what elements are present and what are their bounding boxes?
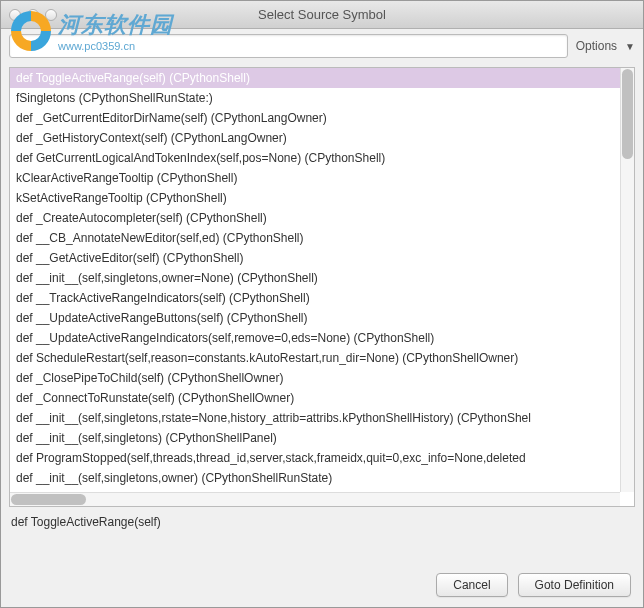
- goto-definition-button[interactable]: Goto Definition: [518, 573, 631, 597]
- horizontal-scrollbar[interactable]: [10, 492, 620, 506]
- symbol-list-inner[interactable]: def ToggleActiveRange(self) (CPythonShel…: [10, 68, 634, 506]
- list-item[interactable]: def __UpdateActiveRangeButtons(self) (CP…: [10, 308, 634, 328]
- list-item[interactable]: def _GetHistoryContext(self) (CPythonLan…: [10, 128, 634, 148]
- titlebar: Select Source Symbol: [1, 1, 643, 29]
- list-item[interactable]: def ToggleActiveRange(self) (CPythonShel…: [10, 68, 634, 88]
- list-item[interactable]: def __UpdateActiveRangeIndicators(self,r…: [10, 328, 634, 348]
- chevron-down-icon[interactable]: ▼: [625, 41, 635, 52]
- symbol-list: def ToggleActiveRange(self) (CPythonShel…: [9, 67, 635, 507]
- horizontal-scrollbar-thumb[interactable]: [11, 494, 86, 505]
- list-item[interactable]: def __init__(self,singletons,rstate=None…: [10, 408, 634, 428]
- button-row: Cancel Goto Definition: [436, 573, 631, 597]
- list-item[interactable]: def ScheduleRestart(self,reason=constant…: [10, 348, 634, 368]
- options-label[interactable]: Options: [576, 39, 617, 53]
- list-item[interactable]: kClearActiveRangeTooltip (CPythonShell): [10, 168, 634, 188]
- list-item[interactable]: def __init__(self,singletons) (CPythonSh…: [10, 428, 634, 448]
- vertical-scrollbar-thumb[interactable]: [622, 69, 633, 159]
- vertical-scrollbar[interactable]: [620, 68, 634, 492]
- list-item[interactable]: fSingletons (CPythonShellRunState:): [10, 88, 634, 108]
- list-item[interactable]: def _GetCurrentEditorDirName(self) (CPyt…: [10, 108, 634, 128]
- list-item[interactable]: def __CB_AnnotateNewEditor(self,ed) (CPy…: [10, 228, 634, 248]
- list-item[interactable]: def _ConnectToRunstate(self) (CPythonShe…: [10, 388, 634, 408]
- search-row: Options ▼: [1, 29, 643, 63]
- window-title: Select Source Symbol: [1, 7, 643, 22]
- list-item[interactable]: def ProgramStopped(self,threads,thread_i…: [10, 448, 634, 468]
- list-item[interactable]: def __TrackActiveRangeIndicators(self) (…: [10, 288, 634, 308]
- selected-symbol-label: def ToggleActiveRange(self): [1, 511, 643, 529]
- list-item[interactable]: def _CreateAutocompleter(self) (CPythonS…: [10, 208, 634, 228]
- list-item[interactable]: def __GetActiveEditor(self) (CPythonShel…: [10, 248, 634, 268]
- list-item[interactable]: def __init__(self,singletons,owner) (CPy…: [10, 468, 634, 488]
- list-item[interactable]: kSetActiveRangeTooltip (CPythonShell): [10, 188, 634, 208]
- list-item[interactable]: def _ClosePipeToChild(self) (CPythonShel…: [10, 368, 634, 388]
- search-input[interactable]: [9, 34, 568, 58]
- list-item[interactable]: def GetCurrentLogicalAndTokenIndex(self,…: [10, 148, 634, 168]
- list-item[interactable]: def __init__(self,singletons,owner=None)…: [10, 268, 634, 288]
- cancel-button[interactable]: Cancel: [436, 573, 507, 597]
